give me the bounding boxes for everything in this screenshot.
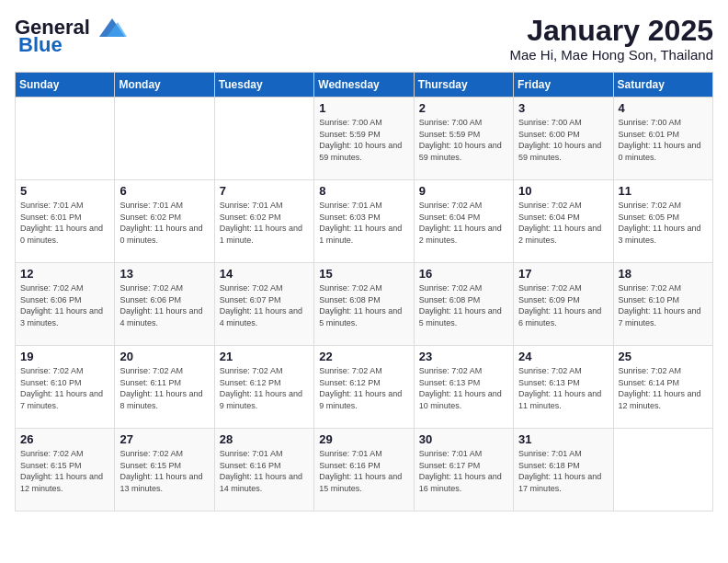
day-number: 28 [220, 432, 309, 446]
calendar-cell: 23Sunrise: 7:02 AM Sunset: 6:13 PM Dayli… [414, 346, 513, 429]
day-number: 27 [119, 432, 209, 446]
calendar-cell: 18Sunrise: 7:02 AM Sunset: 6:10 PM Dayli… [613, 263, 712, 346]
logo: General Blue [15, 15, 127, 57]
logo-blue: Blue [18, 33, 63, 57]
calendar-cell: 1Sunrise: 7:00 AM Sunset: 5:59 PM Daylig… [314, 98, 414, 180]
location-subtitle: Mae Hi, Mae Hong Son, Thailand [509, 47, 713, 63]
day-info: Sunrise: 7:02 AM Sunset: 6:08 PM Dayligh… [319, 282, 408, 328]
day-number: 23 [419, 350, 508, 363]
col-header-wednesday: Wednesday [314, 73, 414, 98]
col-header-sunday: Sunday [16, 73, 115, 98]
calendar-cell: 21Sunrise: 7:02 AM Sunset: 6:12 PM Dayli… [214, 346, 313, 429]
day-info: Sunrise: 7:00 AM Sunset: 5:59 PM Dayligh… [419, 117, 508, 163]
day-number: 22 [319, 350, 408, 363]
day-number: 7 [220, 184, 309, 198]
calendar-cell: 10Sunrise: 7:02 AM Sunset: 6:04 PM Dayli… [514, 180, 613, 263]
day-number: 24 [518, 350, 608, 363]
day-info: Sunrise: 7:00 AM Sunset: 6:00 PM Dayligh… [518, 117, 608, 163]
calendar-cell: 26Sunrise: 7:02 AM Sunset: 6:15 PM Dayli… [16, 429, 115, 511]
day-info: Sunrise: 7:02 AM Sunset: 6:07 PM Dayligh… [220, 282, 309, 328]
col-header-monday: Monday [115, 73, 214, 98]
calendar-cell: 19Sunrise: 7:02 AM Sunset: 6:10 PM Dayli… [16, 346, 115, 429]
day-number: 21 [220, 350, 309, 363]
day-number: 29 [319, 432, 408, 446]
day-number: 31 [518, 432, 608, 446]
col-header-tuesday: Tuesday [214, 73, 313, 98]
title-block: January 2025 Mae Hi, Mae Hong Son, Thail… [509, 15, 713, 63]
day-info: Sunrise: 7:02 AM Sunset: 6:06 PM Dayligh… [119, 282, 209, 328]
day-number: 25 [619, 350, 708, 363]
calendar-cell: 5Sunrise: 7:01 AM Sunset: 6:01 PM Daylig… [16, 180, 115, 263]
day-number: 12 [20, 267, 109, 281]
day-number: 4 [619, 101, 708, 115]
day-number: 2 [419, 101, 508, 115]
col-header-friday: Friday [514, 73, 613, 98]
day-number: 14 [220, 267, 309, 281]
day-number: 9 [419, 184, 508, 198]
calendar-cell: 31Sunrise: 7:01 AM Sunset: 6:18 PM Dayli… [514, 429, 613, 511]
calendar-cell [115, 98, 214, 180]
logo-icon [90, 15, 127, 40]
day-info: Sunrise: 7:02 AM Sunset: 6:05 PM Dayligh… [619, 200, 708, 246]
calendar-cell: 7Sunrise: 7:01 AM Sunset: 6:02 PM Daylig… [214, 180, 313, 263]
day-info: Sunrise: 7:02 AM Sunset: 6:08 PM Dayligh… [419, 282, 508, 328]
day-number: 17 [518, 267, 608, 281]
day-number: 5 [20, 184, 109, 198]
day-info: Sunrise: 7:02 AM Sunset: 6:04 PM Dayligh… [518, 200, 608, 246]
day-info: Sunrise: 7:01 AM Sunset: 6:02 PM Dayligh… [220, 200, 309, 246]
day-number: 1 [319, 101, 408, 115]
day-number: 20 [119, 350, 209, 363]
calendar-cell: 13Sunrise: 7:02 AM Sunset: 6:06 PM Dayli… [115, 263, 214, 346]
day-info: Sunrise: 7:01 AM Sunset: 6:18 PM Dayligh… [518, 448, 608, 494]
day-info: Sunrise: 7:02 AM Sunset: 6:15 PM Dayligh… [119, 448, 209, 494]
day-info: Sunrise: 7:00 AM Sunset: 6:01 PM Dayligh… [619, 117, 708, 163]
day-info: Sunrise: 7:01 AM Sunset: 6:16 PM Dayligh… [319, 448, 408, 494]
day-info: Sunrise: 7:02 AM Sunset: 6:12 PM Dayligh… [319, 365, 408, 411]
day-info: Sunrise: 7:01 AM Sunset: 6:02 PM Dayligh… [119, 200, 209, 246]
calendar-cell: 22Sunrise: 7:02 AM Sunset: 6:12 PM Dayli… [314, 346, 414, 429]
calendar-cell: 15Sunrise: 7:02 AM Sunset: 6:08 PM Dayli… [314, 263, 414, 346]
day-info: Sunrise: 7:02 AM Sunset: 6:13 PM Dayligh… [419, 365, 508, 411]
calendar-cell: 12Sunrise: 7:02 AM Sunset: 6:06 PM Dayli… [16, 263, 115, 346]
day-info: Sunrise: 7:00 AM Sunset: 5:59 PM Dayligh… [319, 117, 408, 163]
calendar-cell: 27Sunrise: 7:02 AM Sunset: 6:15 PM Dayli… [115, 429, 214, 511]
day-info: Sunrise: 7:02 AM Sunset: 6:09 PM Dayligh… [518, 282, 608, 328]
day-number: 8 [319, 184, 408, 198]
calendar-cell: 25Sunrise: 7:02 AM Sunset: 6:14 PM Dayli… [613, 346, 712, 429]
calendar-cell: 16Sunrise: 7:02 AM Sunset: 6:08 PM Dayli… [414, 263, 513, 346]
day-number: 26 [20, 432, 109, 446]
day-number: 15 [319, 267, 408, 281]
calendar-cell [613, 429, 712, 511]
calendar-cell [214, 98, 313, 180]
calendar-cell: 8Sunrise: 7:01 AM Sunset: 6:03 PM Daylig… [314, 180, 414, 263]
calendar-cell: 6Sunrise: 7:01 AM Sunset: 6:02 PM Daylig… [115, 180, 214, 263]
day-number: 19 [20, 350, 109, 363]
header-area: General Blue January 2025 Mae Hi, Mae Ho… [15, 15, 713, 63]
calendar-cell: 4Sunrise: 7:00 AM Sunset: 6:01 PM Daylig… [613, 98, 712, 180]
month-title: January 2025 [509, 15, 713, 47]
day-number: 16 [419, 267, 508, 281]
day-number: 13 [119, 267, 209, 281]
calendar-cell: 17Sunrise: 7:02 AM Sunset: 6:09 PM Dayli… [514, 263, 613, 346]
day-info: Sunrise: 7:02 AM Sunset: 6:10 PM Dayligh… [619, 282, 708, 328]
calendar-cell: 29Sunrise: 7:01 AM Sunset: 6:16 PM Dayli… [314, 429, 414, 511]
calendar-cell: 24Sunrise: 7:02 AM Sunset: 6:13 PM Dayli… [514, 346, 613, 429]
day-number: 18 [619, 267, 708, 281]
calendar-table: SundayMondayTuesdayWednesdayThursdayFrid… [15, 72, 713, 511]
calendar-cell: 11Sunrise: 7:02 AM Sunset: 6:05 PM Dayli… [613, 180, 712, 263]
day-number: 11 [619, 184, 708, 198]
day-info: Sunrise: 7:01 AM Sunset: 6:03 PM Dayligh… [319, 200, 408, 246]
calendar-cell: 3Sunrise: 7:00 AM Sunset: 6:00 PM Daylig… [514, 98, 613, 180]
day-info: Sunrise: 7:02 AM Sunset: 6:12 PM Dayligh… [220, 365, 309, 411]
calendar-cell: 9Sunrise: 7:02 AM Sunset: 6:04 PM Daylig… [414, 180, 513, 263]
day-number: 6 [119, 184, 209, 198]
day-info: Sunrise: 7:02 AM Sunset: 6:10 PM Dayligh… [20, 365, 109, 411]
calendar-cell: 20Sunrise: 7:02 AM Sunset: 6:11 PM Dayli… [115, 346, 214, 429]
day-info: Sunrise: 7:02 AM Sunset: 6:06 PM Dayligh… [20, 282, 109, 328]
calendar-cell [16, 98, 115, 180]
col-header-saturday: Saturday [613, 73, 712, 98]
calendar-cell: 2Sunrise: 7:00 AM Sunset: 5:59 PM Daylig… [414, 98, 513, 180]
day-number: 3 [518, 101, 608, 115]
day-info: Sunrise: 7:01 AM Sunset: 6:01 PM Dayligh… [20, 200, 109, 246]
calendar-cell: 28Sunrise: 7:01 AM Sunset: 6:16 PM Dayli… [214, 429, 313, 511]
